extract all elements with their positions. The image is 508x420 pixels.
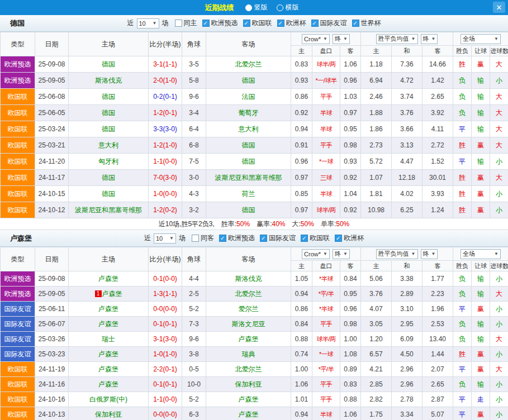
result-handicap-cell: 输: [472, 154, 490, 170]
odds-company-select[interactable]: Crow*▼: [302, 249, 330, 259]
home-team-name: 瑞士: [102, 335, 115, 343]
match-row: 欧国联24-10-13保加利亚0-0(0-0)6-3卢森堡0.94半球1.061…: [1, 407, 508, 420]
avg-final-select[interactable]: 终▼: [421, 249, 438, 259]
away-team-cell: 葡萄牙: [206, 105, 291, 121]
competition-type-badge: 欧国联: [1, 362, 35, 377]
odds-home-cell: 1.06: [291, 377, 312, 392]
home-team-cell: 卢森堡: [69, 302, 149, 317]
home-team-name: 卢森堡: [102, 290, 122, 298]
filter-checkbox[interactable]: 欧洲预选: [202, 18, 238, 28]
handicap-cell: *半球: [312, 302, 340, 317]
odds-home-cell: 0.86: [291, 89, 312, 105]
checkbox-icon: [260, 235, 267, 242]
date-cell: 24-10-16: [35, 392, 69, 407]
result-goals-cell: 小: [490, 317, 508, 332]
match-count-select[interactable]: 10▼: [154, 233, 176, 244]
result-handicap-cell: 输: [472, 105, 490, 121]
competition-type-badge: 欧国联: [1, 154, 35, 170]
subcol-winloss: 胜负: [453, 261, 472, 271]
competition-type-badge: 欧国联: [1, 186, 35, 202]
odds-home-cell: 0.93: [291, 73, 312, 89]
result-goals-cell: 小: [490, 73, 508, 89]
away-team-cell: 意大利: [206, 121, 291, 137]
result-goals-cell: 小: [490, 302, 508, 317]
date-cell: 25-03-21: [35, 137, 69, 154]
odds-away-cell: 0.98: [340, 137, 361, 154]
chevron-down-icon: ▼: [323, 36, 327, 41]
filter-checkbox[interactable]: 欧洲杯: [335, 233, 364, 243]
home-team-name: 德国: [102, 125, 115, 133]
avg-draw-cell: 2.96: [392, 377, 422, 392]
scope-group-header: 全场▼: [453, 247, 508, 261]
match-row: 欧洲预选25-09-08德国3-1(1-1)3-5北爱尔兰0.83球半/两1.0…: [1, 56, 508, 73]
col-header-date: 日期: [35, 247, 69, 271]
result-handicap-cell: 赢: [472, 56, 490, 73]
avg-home-cell: 2.82: [361, 392, 392, 407]
handicap-cell: 平手: [312, 377, 340, 392]
odds-final-select[interactable]: 终▼: [333, 34, 350, 44]
result-winloss-cell: 平: [453, 392, 472, 407]
competition-type-badge: 欧洲预选: [1, 73, 35, 89]
filter-checkbox[interactable]: 同主: [175, 18, 197, 28]
layout-radio-vertical[interactable]: 竖版: [245, 3, 268, 12]
home-team-name: 意大利: [98, 141, 118, 149]
results-table: 类型 日期 主场 比分(半场) 角球 客场 Crow*▼ 终▼ 胜平负均: [0, 247, 508, 420]
result-handicap-cell: 赢: [472, 407, 490, 420]
avg-away-cell: 3.93: [422, 186, 453, 202]
odds-company-select[interactable]: Crow*▼: [302, 34, 330, 44]
col-header-date: 日期: [35, 32, 69, 56]
filter-checkbox[interactable]: 世界杯: [352, 18, 381, 28]
avg-final-select[interactable]: 终▼: [421, 34, 438, 44]
away-team-cell: 保加利亚: [206, 377, 291, 392]
corner-cell: 7-5: [182, 154, 206, 170]
checkbox-icon: [243, 20, 250, 27]
odds-away-cell: 0.97: [340, 105, 361, 121]
layout-radio-horizontal[interactable]: 横版: [277, 3, 299, 12]
subcol-odds-away: 客: [340, 46, 361, 56]
match-count-select[interactable]: 10▼: [137, 18, 159, 28]
result-winloss-cell: 平: [453, 302, 472, 317]
avg-draw-cell: 4.02: [392, 186, 422, 202]
scope-select[interactable]: 全场▼: [460, 249, 501, 259]
odds-away-cell: 0.95: [340, 121, 361, 137]
avg-type-select[interactable]: 胜平负均值▼: [376, 34, 418, 44]
odds-final-select[interactable]: 终▼: [333, 249, 350, 259]
subcol-handicap-result: 让球: [472, 46, 490, 56]
results-tbody: 欧洲预选25-09-08德国3-1(1-1)3-5北爱尔兰0.83球半/两1.0…: [1, 56, 508, 218]
home-team-name: 斯洛伐克: [95, 77, 122, 84]
filter-checkbox[interactable]: 国际友谊: [260, 233, 296, 243]
result-winloss-cell: 胜: [453, 170, 472, 186]
competition-type-badge: 欧国联: [1, 202, 35, 218]
filter-checkbox[interactable]: 欧国联: [243, 18, 272, 28]
filter-checkbox[interactable]: 欧国联: [301, 233, 330, 243]
filter-checkbox[interactable]: 国际友谊: [311, 18, 347, 28]
checkbox-icon: [277, 20, 284, 27]
avg-draw-cell: 3.76: [392, 105, 422, 121]
home-team-cell: 卢森堡: [69, 347, 149, 362]
avg-type-select[interactable]: 胜平负均值▼: [376, 249, 418, 259]
corner-cell: 6-8: [182, 137, 206, 154]
checkbox-icon: [175, 20, 182, 27]
match-row: 欧国联25-06-08德国0-2(0-1)9-6法国0.86平手1.032.46…: [1, 89, 508, 105]
result-handicap-cell: 赢: [472, 202, 490, 218]
home-team-cell: 卢森堡: [69, 362, 149, 377]
filter-checkbox[interactable]: 欧洲杯: [277, 18, 306, 28]
avg-away-cell: 5.07: [422, 407, 453, 420]
away-team-cell: 法国: [206, 89, 291, 105]
summary-row: 近10场,胜5平2负3, 胜率:50% 赢率:40% 大:50% 单率:50%: [0, 218, 508, 230]
close-button[interactable]: ✕: [493, 2, 505, 13]
result-goals-cell: 大: [490, 332, 508, 347]
filter-checkbox[interactable]: 欧洲预选: [219, 233, 255, 243]
odds-away-cell: 0.92: [340, 202, 361, 218]
score-cell: 1-2(0-2): [149, 202, 182, 218]
handicap-cell: 平手: [312, 317, 340, 332]
away-team-cell: 德国: [206, 137, 291, 154]
result-goals-cell: 小: [490, 186, 508, 202]
filter-checkbox[interactable]: 同客: [192, 233, 214, 243]
away-team-cell: 卢森堡: [206, 407, 291, 420]
result-goals-cell: 大: [490, 105, 508, 121]
scope-select[interactable]: 全场▼: [460, 34, 501, 44]
match-count-value: 10: [139, 20, 146, 27]
summary-segment: 近10场,胜5平2负3, 胜率:: [159, 219, 236, 229]
away-team-cell: 北爱尔兰: [206, 287, 291, 302]
